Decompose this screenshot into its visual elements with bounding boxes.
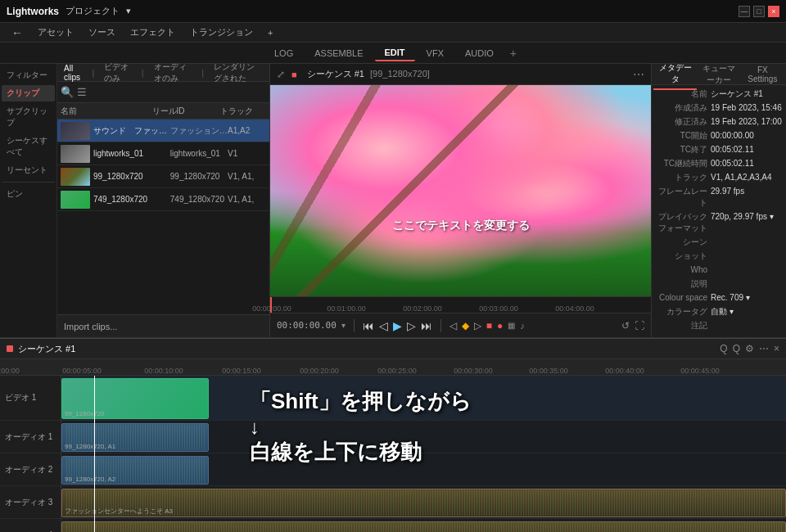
meta-value[interactable]: 自動 ▾	[711, 306, 783, 318]
meta-key: 説明	[655, 278, 711, 290]
clip-block[interactable]: 99_1280x720, A2	[61, 456, 209, 485]
preview-header: ⤢ ■ シーケンス #1 [99_1280x720] ⋯	[270, 64, 651, 85]
waveform	[65, 523, 783, 532]
menu-transition[interactable]: トランジション	[183, 25, 260, 40]
tab-vfx[interactable]: VFX	[417, 46, 454, 61]
import-clips-label: Import clips...	[64, 322, 117, 331]
meta-row: TC開始00:00:00.00	[655, 130, 783, 142]
meta-value: 29.97 fps	[711, 186, 783, 197]
timeline-ruler[interactable]: 00:00:00:0000:00:05:0000:00:10:0000:00:1…	[0, 359, 786, 376]
track-row[interactable]: ファッションセンターへようこそ A3	[61, 486, 786, 519]
timeline-body: ビデオ 1オーディオ 1オーディオ 2オーディオ 3オーディオ 4すべて 「Sh…	[0, 376, 786, 532]
preview-more-icon[interactable]: ⋯	[633, 68, 644, 81]
close-button[interactable]: ×	[768, 6, 779, 17]
clip-row[interactable]: lightworks_01 lightworks_01 V1	[57, 142, 269, 165]
clip-label: 99_1280x720, A1	[65, 443, 115, 450]
timeline-zoom-out[interactable]: Q	[720, 343, 727, 354]
meta-row: フレームレート29.97 fps	[655, 186, 783, 209]
clip-block[interactable]: ファッションセンターへようこそ A3	[61, 489, 786, 517]
meta-row: 名前シーケンス #1	[655, 88, 783, 100]
tab-log[interactable]: LOG	[264, 46, 303, 61]
audio-icon[interactable]: ♪	[520, 321, 525, 331]
track-row[interactable]: 99_1280x720, A1	[61, 421, 786, 453]
rpanel-tab-fxsettings[interactable]: FX Settings	[741, 62, 784, 87]
record-icon[interactable]: ●	[497, 320, 503, 331]
col-header-reel: リールID	[152, 106, 221, 117]
clip-block[interactable]: ファッションセンターへようこそ A4	[61, 521, 786, 532]
meta-key: シーン	[655, 237, 711, 248]
tab-add[interactable]: +	[505, 47, 522, 60]
timeline-settings-icon[interactable]: ⚙	[745, 343, 754, 354]
sidebar-subclip[interactable]: サブクリップ	[2, 103, 55, 131]
step-back-icon[interactable]: ⏮	[363, 319, 374, 332]
clip-row[interactable]: 99_1280x720 99_1280x720 V1, A1,	[57, 165, 269, 188]
mark-in-icon[interactable]: ◁	[449, 320, 457, 331]
meta-key: プレイバックフォーマット	[655, 211, 711, 234]
menu-source[interactable]: ソース	[82, 25, 122, 40]
track-row[interactable]: 99_1280x720, A2	[61, 453, 786, 486]
back-icon[interactable]: ←	[5, 25, 29, 41]
ctrl-separator	[354, 319, 355, 332]
import-clips-button[interactable]: Import clips...	[57, 314, 269, 337]
meta-row: トラックV1, A1,A2,A3,A4	[655, 172, 783, 183]
preview-panel: ⤢ ■ シーケンス #1 [99_1280x720] ⋯ ここでテキストを変更す…	[270, 64, 651, 337]
menu-effect[interactable]: エフェクト	[124, 25, 182, 40]
menu-add[interactable]: +	[261, 26, 279, 39]
project-dropdown[interactable]: ▾	[126, 6, 131, 16]
project-menu[interactable]: プロジェクト	[66, 5, 120, 17]
clip-thumb	[61, 145, 90, 163]
sidebar-pin[interactable]: ピン	[2, 186, 55, 202]
meta-key: TC終了	[655, 144, 711, 156]
meta-row: カラータグ自動 ▾	[655, 306, 783, 318]
clip-row[interactable]: 749_1280x720 749_1280x720 V1, A1,	[57, 188, 269, 211]
meta-key: フレームレート	[655, 186, 711, 209]
timecode-dropdown[interactable]: ▾	[341, 321, 346, 330]
meta-value: 19 Feb 2023, 17:00	[711, 116, 783, 128]
clip-row[interactable]: サウンド ファッションセンターへようこそ ファッションセンターへようこそ A1,…	[57, 119, 269, 142]
meta-value[interactable]: 720p, 29.97 fps ▾	[711, 211, 783, 223]
sidebar-sequence-all[interactable]: シーケスすべて	[2, 133, 55, 160]
track-label[interactable]: オーディオ 1	[0, 421, 61, 453]
clip-list-header: 名前 リールID トラック	[57, 103, 269, 119]
menu-asset[interactable]: アセット	[31, 25, 80, 40]
clips-icon[interactable]: ▦	[508, 321, 515, 330]
loop-playback-icon[interactable]: ↺	[621, 320, 630, 331]
track-row[interactable]: 99_1280x720	[61, 376, 786, 421]
loop-icon[interactable]: ■	[486, 320, 492, 331]
fullscreen-icon[interactable]: ⛶	[635, 320, 644, 331]
clip-block[interactable]: 99_1280x720	[61, 378, 209, 419]
filter-all-clips[interactable]: All clips	[61, 62, 86, 83]
track-label[interactable]: オーディオ 4	[0, 519, 61, 532]
meta-key: 名前	[655, 88, 711, 100]
tab-edit[interactable]: EDIT	[375, 45, 415, 61]
play-button[interactable]: ▶	[393, 319, 402, 332]
tab-audio[interactable]: AUDIO	[455, 46, 504, 61]
timeline-tracks-content[interactable]: 「Shift」を押しながら ↓ 白線を上下に移動 99_1280x72099_1…	[61, 376, 786, 532]
track-row[interactable]: ファッションセンターへようこそ A4	[61, 519, 786, 532]
step-fwd-icon[interactable]: ⏭	[421, 319, 432, 332]
timeline-zoom-in[interactable]: Q	[733, 343, 740, 354]
sidebar-filter[interactable]: フィルター	[2, 67, 55, 83]
diamond-icon[interactable]: ◆	[462, 320, 469, 331]
track-label[interactable]: ビデオ 1	[0, 376, 61, 421]
mark-out-icon[interactable]: ▷	[474, 320, 481, 331]
timeline-more-icon[interactable]: ⋯	[759, 343, 769, 354]
step-frame-back-icon[interactable]: ◁	[379, 319, 388, 332]
meta-value[interactable]: Rec. 709 ▾	[711, 292, 783, 304]
track-label[interactable]: オーディオ 2	[0, 453, 61, 486]
preview-timeline-bar[interactable]: 00:00:00.00 00:01:00.00 00:02:00.00 00:0…	[270, 296, 651, 313]
maximize-button[interactable]: □	[753, 6, 765, 17]
expand-icon[interactable]: ⤢	[277, 69, 285, 80]
search-icon[interactable]: 🔍	[61, 86, 74, 98]
track-label[interactable]: オーディオ 3	[0, 486, 61, 519]
clip-track: A1,A2	[228, 126, 266, 135]
sidebar-recent[interactable]: リーセント	[2, 162, 55, 178]
clip-block[interactable]: 99_1280x720, A1	[61, 423, 209, 452]
sidebar-clip[interactable]: クリップ	[2, 85, 55, 101]
step-frame-fwd-icon[interactable]: ▷	[407, 319, 416, 332]
list-icon[interactable]: ☰	[77, 86, 87, 98]
tab-assemble[interactable]: ASSEMBLE	[305, 46, 373, 61]
minimize-button[interactable]: —	[739, 6, 750, 17]
ruler-tick: 00:00:00:00	[0, 367, 20, 375]
timeline-close-icon[interactable]: ×	[774, 343, 779, 354]
